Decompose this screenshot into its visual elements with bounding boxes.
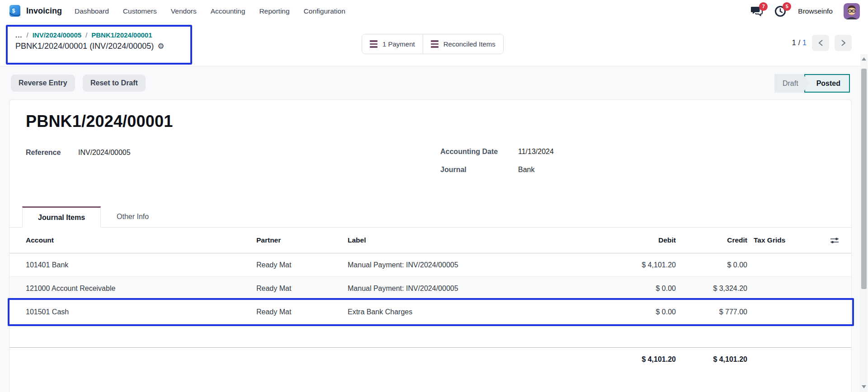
reference-field[interactable]: INV/2024/00005 (78, 149, 131, 157)
cell-partner: Ready Mat (256, 308, 348, 316)
cell-debit: $ 0.00 (568, 285, 677, 293)
payments-smart-button-label: 1 Payment (382, 40, 415, 48)
smart-button-group: 1 Payment Reconciled Items (362, 34, 504, 54)
page-body: Reverse Entry Reset to Draft Draft Poste… (0, 67, 868, 392)
reset-to-draft-button[interactable]: Reset to Draft (83, 75, 146, 92)
gear-icon[interactable]: ⚙ (157, 42, 164, 50)
journal-label: Journal (440, 166, 518, 174)
header-label[interactable]: Label (348, 236, 568, 244)
cell-partner: Ready Mat (256, 285, 348, 293)
user-menu[interactable]: Browseinfo (798, 7, 833, 15)
chevron-left-icon (818, 39, 823, 47)
table-header-row: Account Partner Label Debit Credit Tax G… (9, 228, 851, 253)
header-partner[interactable]: Partner (256, 236, 348, 244)
scroll-up-arrow[interactable] (860, 55, 868, 62)
pager-total: 1 (802, 39, 807, 47)
avatar[interactable] (844, 3, 860, 19)
accounting-date-label: Accounting Date (440, 148, 518, 156)
cell-credit: $ 3,324.20 (677, 285, 748, 293)
pager-current: 1 (792, 39, 796, 47)
svg-text:$: $ (12, 7, 15, 14)
nav-item-dashboard[interactable]: Dashboard (75, 7, 109, 15)
cell-label: Manual Payment: INV/2024/00005 (348, 285, 568, 293)
breadcrumb-ellipsis[interactable]: ... (15, 31, 23, 39)
form-sheet: PBNK1/2024/00001 Reference INV/2024/0000… (9, 99, 852, 392)
journal-lines-icon (431, 40, 439, 48)
totals-row: $ 4,101.20 $ 4,101.20 (9, 347, 851, 371)
breadcrumb-separator: / (85, 31, 87, 39)
empty-row (9, 324, 851, 347)
accounting-date-field[interactable]: 11/13/2024 (518, 148, 554, 156)
total-credit: $ 4,101.20 (677, 355, 748, 364)
pager: 1 / 1 (792, 35, 852, 51)
status-posted[interactable]: Posted (804, 74, 850, 93)
pager-count: 1 / 1 (792, 39, 807, 47)
table-row-receivable[interactable]: 121000 Account Receivable Ready Mat Manu… (9, 277, 851, 300)
journal-items-table: Account Partner Label Debit Credit Tax G… (9, 228, 851, 371)
messages-button[interactable]: 7 (751, 5, 764, 17)
reconciled-items-smart-button-label: Reconciled Items (443, 40, 495, 48)
breadcrumb-annotation-box: ... / INV/2024/00005 / PBNK1/2024/00001 … (6, 25, 192, 65)
cell-account: 101401 Bank (26, 261, 256, 269)
scrollbar-thumb[interactable] (861, 69, 867, 289)
tab-other-info[interactable]: Other Info (101, 206, 165, 228)
cell-partner: Ready Mat (256, 261, 348, 269)
cell-credit: $ 777.00 (677, 308, 748, 316)
cell-debit: $ 0.00 (568, 308, 677, 316)
invoicing-app-icon[interactable]: $ (8, 5, 22, 18)
nav-item-configuration[interactable]: Configuration (304, 7, 345, 15)
messages-badge: 7 (759, 2, 768, 11)
nav-menu: Dashboard Customers Vendors Accounting R… (75, 7, 345, 15)
breadcrumb-separator: / (27, 31, 28, 39)
cell-account: 101501 Cash (26, 308, 256, 316)
cell-credit: $ 0.00 (677, 261, 748, 269)
nav-item-accounting[interactable]: Accounting (211, 7, 245, 15)
reference-label: Reference (26, 149, 78, 157)
cell-account: 121000 Account Receivable (26, 285, 256, 293)
activities-button[interactable]: 5 (774, 5, 787, 17)
header-account[interactable]: Account (26, 236, 256, 244)
activities-badge: 5 (783, 2, 791, 11)
journal-field[interactable]: Bank (518, 166, 534, 174)
header-debit[interactable]: Debit (568, 236, 677, 244)
status-draft[interactable]: Draft (774, 74, 809, 93)
vertical-scrollbar (860, 54, 868, 392)
top-navbar: $ Invoicing Dashboard Customers Vendors … (0, 0, 868, 22)
pager-separator: / (798, 39, 800, 47)
tab-journal-items[interactable]: Journal Items (22, 206, 101, 228)
breadcrumb-current: PBNK1/2024/00001 (INV/2024/00005) (15, 42, 154, 51)
nav-item-vendors[interactable]: Vendors (171, 7, 197, 15)
reverse-entry-button[interactable]: Reverse Entry (11, 75, 75, 92)
breadcrumb-link-invoice[interactable]: INV/2024/00005 (33, 31, 81, 39)
sliders-icon (830, 237, 839, 244)
scroll-down-arrow[interactable] (860, 383, 868, 390)
nav-item-reporting[interactable]: Reporting (259, 7, 289, 15)
cell-debit: $ 4,101.20 (568, 261, 677, 269)
nav-item-customers[interactable]: Customers (123, 7, 157, 15)
breadcrumb: ... / INV/2024/00005 / PBNK1/2024/00001 (15, 31, 190, 39)
total-debit: $ 4,101.20 (568, 355, 677, 364)
table-row-cash[interactable]: 101501 Cash Ready Mat Extra Bank Charges… (9, 300, 851, 324)
header-tax-grids[interactable]: Tax Grids (748, 236, 816, 244)
payments-smart-button[interactable]: 1 Payment (362, 34, 423, 54)
journal-lines-icon (370, 40, 377, 48)
optional-columns-button[interactable] (816, 237, 839, 244)
control-panel: ... / INV/2024/00005 / PBNK1/2024/00001 … (0, 22, 868, 66)
chevron-right-icon (841, 39, 846, 47)
app-name[interactable]: Invoicing (26, 6, 62, 16)
header-credit[interactable]: Credit (677, 236, 748, 244)
pager-previous-button[interactable] (812, 35, 829, 51)
status-bar: Draft Posted (774, 74, 850, 93)
pager-next-button[interactable] (835, 35, 852, 51)
entry-name-title[interactable]: PBNK1/2024/00001 (26, 112, 851, 131)
breadcrumb-link-entry[interactable]: PBNK1/2024/00001 (91, 31, 152, 39)
reconciled-items-smart-button[interactable]: Reconciled Items (423, 34, 503, 54)
cell-label: Extra Bank Charges (348, 308, 568, 316)
notebook-tabs: Journal Items Other Info (9, 206, 851, 228)
cell-label: Manual Payment: INV/2024/00005 (348, 261, 568, 269)
table-row-bank[interactable]: 101401 Bank Ready Mat Manual Payment: IN… (9, 253, 851, 277)
